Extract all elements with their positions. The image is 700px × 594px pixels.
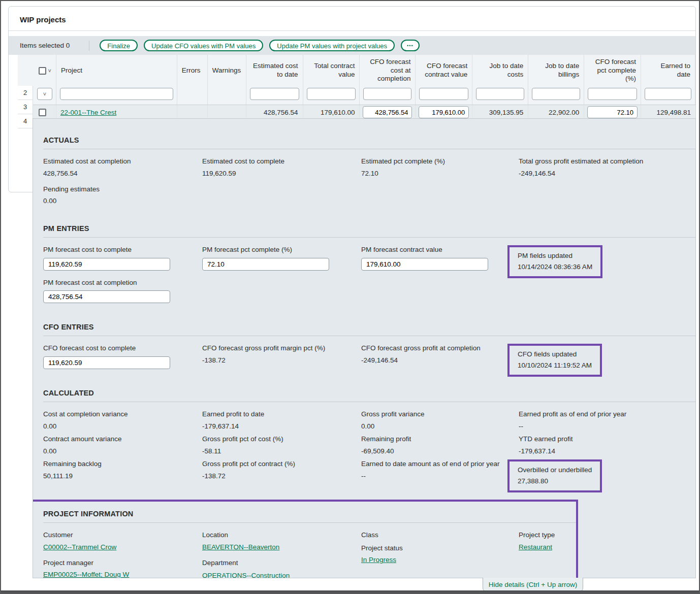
field-pending-estimates: Pending estimates 0.00 [43, 185, 202, 205]
field-class: Class [361, 531, 519, 540]
grid-header: ˅ ˅ Project Errors Warnings [18, 55, 695, 105]
field-contract-amount-variance: Contract amount variance 0.00 [43, 435, 202, 459]
field-earned-profit-to-date: Earned profit to date -179,637.14 [202, 410, 361, 435]
pm-fields-updated-value: 10/14/2024 08:36:36 AM [518, 263, 592, 271]
warnings-cell [208, 105, 246, 119]
toolbar-divider [89, 41, 89, 51]
wip-projects-page: WIP projects Items selected 0 Finalize U… [0, 0, 700, 594]
filter-cfo-contract-input[interactable] [419, 88, 468, 100]
field-project-type: Project type Restaurant [519, 531, 576, 551]
field-ytd-earned-profit: YTD earned profit -179,637.14 [519, 435, 695, 459]
project-status-link[interactable]: In Progress [361, 556, 396, 564]
col-header-cfo-pct-complete: CFO forecast pct complete (%) [584, 55, 641, 105]
filter-estimated-cost-input[interactable] [250, 88, 299, 100]
field-gross-profit-pct-of-contract: Gross profit pct of contract (%) -138.72 [202, 459, 361, 484]
col-header-jtd-costs: Job to date costs [472, 55, 528, 105]
cfo-fields-updated-label: CFO fields updated [518, 350, 592, 358]
project-link[interactable]: 22-001--The Crest [60, 109, 116, 116]
customer-link[interactable]: C00002--Trammel Crow [43, 543, 116, 551]
col-header-jtd-billings: Job to date billings [528, 55, 584, 105]
section-title: CALCULATED [43, 377, 695, 402]
detail-panel: ACTUALS Estimated cost at completion 428… [33, 118, 696, 578]
project-manager-link[interactable]: EMP00025--Moffet; Doug W [43, 571, 129, 578]
col-header-cfo-cost-at-completion: CFO forecast cost at completion [360, 55, 416, 105]
section-pm-entries: PM ENTRIES PM forecast cost to complete … [43, 212, 695, 311]
filter-menu-button[interactable]: ˅ [37, 88, 52, 100]
cfo-contract-value-input[interactable] [419, 106, 469, 118]
filter-cfo-cost-input[interactable] [363, 88, 411, 100]
cfo-cost-at-completion-input[interactable] [363, 106, 412, 118]
field-customer: Customer C00002--Trammel Crow [43, 531, 202, 551]
field-remaining-profit: Remaining profit -69,509.40 [361, 435, 519, 459]
filter-jtd-billings-input[interactable] [532, 88, 580, 100]
col-header-estimated-cost-to-date: Estimated cost to date [246, 55, 303, 105]
project-type-link[interactable]: Restaurant [519, 543, 552, 551]
chevron-down-icon: ˅ [43, 91, 46, 96]
page-title: WIP projects [9, 7, 695, 30]
bottom-bar [1, 590, 699, 592]
overbilled-value: 27,388.80 [518, 477, 592, 485]
field-pm-cost-at-completion: PM forecast cost at completion [43, 278, 202, 304]
pm-pct-complete-input[interactable] [202, 258, 329, 271]
department-link[interactable]: OPERATIONS--Construction Operations [202, 571, 296, 578]
section-cfo-entries: CFO ENTRIES CFO forecast cost to complet… [43, 311, 695, 377]
field-estimated-cost-at-completion: Estimated cost at completion 428,756.54 [43, 157, 202, 177]
pm-contract-value-input[interactable] [361, 258, 488, 271]
more-actions-button[interactable]: ••• [401, 40, 419, 51]
cfo-cost-to-complete-input[interactable] [43, 356, 170, 369]
field-project-status: Project status In Progress [361, 544, 519, 564]
field-cfo-gross-profit-at-completion: CFO forecast gross profit at completion … [361, 344, 519, 369]
field-project-manager: Project manager EMP00025--Moffet; Doug W [43, 558, 202, 578]
section-title: PROJECT INFORMATION [43, 502, 576, 522]
row-number: 2 [18, 86, 33, 100]
wip-grid: ˅ ˅ Project Errors Warnings [18, 55, 695, 119]
estimated-cost-cell: 428,756.54 [246, 105, 303, 119]
field-gross-profit-variance: Gross profit variance 0.00 [361, 410, 519, 435]
row-number-column: 2 3 4 [18, 86, 33, 128]
items-selected-label: Items selected 0 [20, 42, 70, 49]
field-estimated-pct-complete: Estimated pct complete (%) 72.10 [361, 157, 519, 177]
location-link[interactable]: BEAVERTON--Beaverton [202, 543, 279, 551]
errors-cell [177, 105, 208, 119]
col-header-select: ˅ ˅ [33, 55, 56, 105]
filter-cfo-pct-input[interactable] [588, 88, 637, 100]
pm-fields-updated-label: PM fields updated [518, 252, 592, 259]
title-divider [9, 30, 695, 31]
section-title: ACTUALS [43, 119, 695, 149]
col-header-earned-to-date: Earned to date [641, 55, 695, 105]
filter-earned-to-date-input[interactable] [645, 88, 691, 100]
field-earned-profit-prior-year: Earned profit as of end of prior year -- [519, 410, 695, 435]
section-title: CFO ENTRIES [43, 311, 695, 336]
col-header-errors: Errors [177, 55, 208, 105]
field-cfo-cost-to-complete: CFO forecast cost to complete [43, 344, 202, 369]
col-header-project: Project [56, 55, 177, 105]
update-pm-values-button[interactable]: Update PM values with project values [269, 40, 395, 51]
select-menu-chevron-icon[interactable]: ˅ [48, 68, 51, 73]
table-row: 1 22-001--The Crest 428,756.54 179,610.0… [18, 105, 695, 119]
section-calculated: CALCULATED Cost at completion variance 0… [43, 377, 695, 492]
section-actuals: ACTUALS Estimated cost at completion 428… [43, 119, 695, 212]
filter-project-input[interactable] [60, 88, 173, 100]
field-pm-cost-to-complete: PM forecast cost to complete [43, 245, 202, 271]
field-total-gross-profit: Total gross profit estimated at completi… [519, 157, 695, 177]
finalize-button[interactable]: Finalize [100, 40, 138, 51]
cfo-pct-complete-input[interactable] [587, 106, 638, 118]
field-location: Location BEAVERTON--Beaverton [202, 531, 361, 551]
filter-total-contract-input[interactable] [307, 88, 356, 100]
row-checkbox[interactable] [39, 109, 46, 116]
field-pm-pct-complete: PM forecast pct complete (%) [202, 245, 361, 271]
filter-jtd-costs-input[interactable] [476, 88, 524, 100]
select-all-checkbox[interactable] [39, 67, 46, 75]
pm-cost-to-complete-input[interactable] [43, 258, 170, 271]
hide-details-tab[interactable]: Hide details (Ctrl + Up arrow) [483, 578, 583, 592]
field-earned-to-date-prior-year: Earned to date amount as of end of prior… [361, 459, 519, 484]
cfo-fields-updated-value: 10/10/2024 11:19:52 AM [518, 361, 592, 369]
col-header-total-contract-value: Total contract value [303, 55, 360, 105]
section-project-information: PROJECT INFORMATION Customer C00002--Tra… [43, 502, 576, 578]
update-cfo-values-button[interactable]: Update CFO values with PM values [144, 40, 263, 51]
section-title: PM ENTRIES [43, 212, 695, 237]
col-header-cfo-contract-value: CFO forecast contract value [416, 55, 472, 105]
pm-cost-at-completion-input[interactable] [43, 290, 170, 303]
pm-fields-updated-box: PM fields updated 10/14/2024 08:36:36 AM [507, 245, 602, 278]
earned-to-date-cell: 129,498.81 [641, 105, 695, 119]
